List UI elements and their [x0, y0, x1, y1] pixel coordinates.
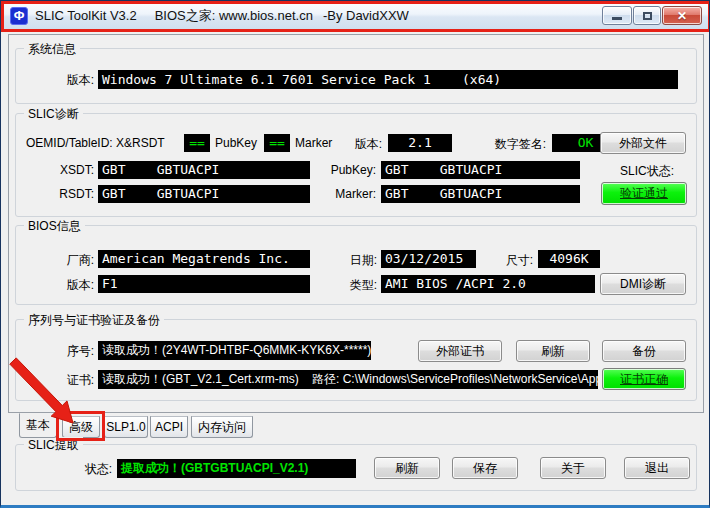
bios-version-label: 版本:	[44, 277, 94, 294]
serial-field: 读取成功！(2Y4WT-DHTBF-Q6MMK-KYK6X-*****)	[98, 341, 371, 360]
tab-advanced[interactable]: 高级	[62, 416, 100, 438]
os-version-label: 版本:	[42, 72, 94, 89]
tab-slp10[interactable]: SLP1.0	[104, 416, 148, 438]
slic-status-label: SLIC状态:	[620, 163, 674, 180]
equals-indicator-1: ==	[184, 134, 210, 152]
rsdt-label: RSDT:	[44, 187, 94, 201]
group-title: 序列号与证书验证及备份	[24, 312, 164, 329]
marker-field: GBT GBTUACPI	[381, 185, 580, 203]
close-button[interactable]: ✕	[662, 6, 702, 25]
window-controls: ✕	[602, 6, 702, 25]
cert-label: 证书:	[44, 372, 94, 389]
serial-label: 序号:	[44, 343, 94, 360]
tab-acpi[interactable]: ACPI	[150, 416, 188, 438]
pubkey-word-label: PubKey	[215, 136, 257, 150]
group-system-info: 系统信息 版本: Windows 7 Ultimate 6.1 7601 Ser…	[15, 48, 697, 104]
app-logo-icon: Φ	[10, 7, 28, 25]
maximize-icon	[643, 12, 652, 20]
os-version-field: Windows 7 Ultimate 6.1 7601 Service Pack…	[98, 70, 678, 89]
oemid-tableid-label: OEMID/TableID: X&RSDT	[26, 136, 165, 150]
tab-basic[interactable]: 基本	[19, 413, 57, 438]
refresh-extract-button[interactable]: 刷新	[374, 457, 440, 479]
slic-version-field: 2.1	[388, 134, 452, 152]
external-cert-button[interactable]: 外部证书	[418, 340, 502, 362]
pubkey-field: GBT GBTUACPI	[381, 161, 580, 179]
xsdt-field: GBT GBTUACPI	[98, 161, 310, 179]
bios-date-field: 03/12/2015	[381, 250, 476, 268]
about-button[interactable]: 关于	[540, 457, 606, 479]
window-title-site: BIOS之家: www.bios.net.cn	[155, 7, 313, 25]
equals-indicator-2: ==	[264, 134, 290, 152]
app-window: Φ SLIC ToolKit V3.2 BIOS之家: www.bios.net…	[0, 0, 710, 508]
group-title: SLIC提取	[24, 437, 83, 454]
save-button[interactable]: 保存	[452, 457, 518, 479]
external-file-button[interactable]: 外部文件	[600, 132, 686, 154]
bios-version-field: F1	[98, 275, 310, 293]
bios-date-label: 日期:	[317, 252, 377, 269]
marker-label: Marker:	[316, 187, 376, 201]
group-slic-extract: SLIC提取 状态: 提取成功！(GBTGBTUACPI_V2.1) 刷新 保存…	[15, 444, 697, 491]
maximize-button[interactable]	[633, 6, 661, 25]
group-bios-info: BIOS信息 厂商: American Megatrends Inc. 日期: …	[15, 225, 697, 305]
rsdt-field: GBT GBTUACPI	[98, 185, 310, 203]
group-title: 系统信息	[24, 41, 80, 58]
group-title: SLIC诊断	[24, 106, 83, 123]
tab-memory-access[interactable]: 内存访问	[191, 416, 253, 438]
bios-size-field: 4096K	[538, 250, 600, 268]
dmi-diagnosis-button[interactable]: DMI诊断	[600, 273, 686, 295]
bios-size-label: 尺寸:	[473, 252, 533, 269]
cert-ok-button[interactable]: 证书正确	[602, 368, 686, 390]
window-title-author: -By DavidXXW	[323, 8, 409, 23]
verify-pass-button[interactable]: 验证通过	[601, 182, 687, 205]
cert-field: 读取成功！(GBT_V2.1_Cert.xrm-ms) 路径: C:\Windo…	[98, 370, 598, 389]
backup-button[interactable]: 备份	[602, 340, 686, 362]
refresh-cert-button[interactable]: 刷新	[516, 340, 590, 362]
pubkey-label: PubKey:	[316, 163, 376, 177]
group-serial-cert: 序列号与证书验证及备份 序号: 读取成功！(2Y4WT-DHTBF-Q6MMK-…	[15, 319, 697, 401]
marker-word-label: Marker	[295, 136, 332, 150]
bios-vendor-label: 厂商:	[44, 252, 94, 269]
bios-type-field: AMI BIOS /ACPI 2.0	[381, 275, 595, 293]
close-icon: ✕	[677, 9, 687, 23]
minimize-icon	[612, 17, 622, 20]
exit-button[interactable]: 退出	[624, 457, 690, 479]
window-title: SLIC ToolKit V3.2	[35, 8, 137, 23]
minimize-button[interactable]	[602, 6, 632, 25]
extract-status-field: 提取成功！(GBTGBTUACPI_V2.1)	[117, 459, 356, 478]
bios-vendor-field: American Megatrends Inc.	[98, 250, 310, 268]
extract-status-label: 状态:	[52, 461, 112, 478]
title-bar[interactable]: Φ SLIC ToolKit V3.2 BIOS之家: www.bios.net…	[1, 1, 710, 31]
digital-signature-label: 数字签名:	[482, 136, 546, 153]
bios-type-label: 类型:	[317, 277, 377, 294]
slic-version-label: 版本:	[342, 136, 382, 153]
group-title: BIOS信息	[24, 218, 85, 235]
xsdt-label: XSDT:	[44, 163, 94, 177]
group-slic-diagnosis: SLIC诊断 OEMID/TableID: X&RSDT == PubKey =…	[15, 113, 697, 217]
